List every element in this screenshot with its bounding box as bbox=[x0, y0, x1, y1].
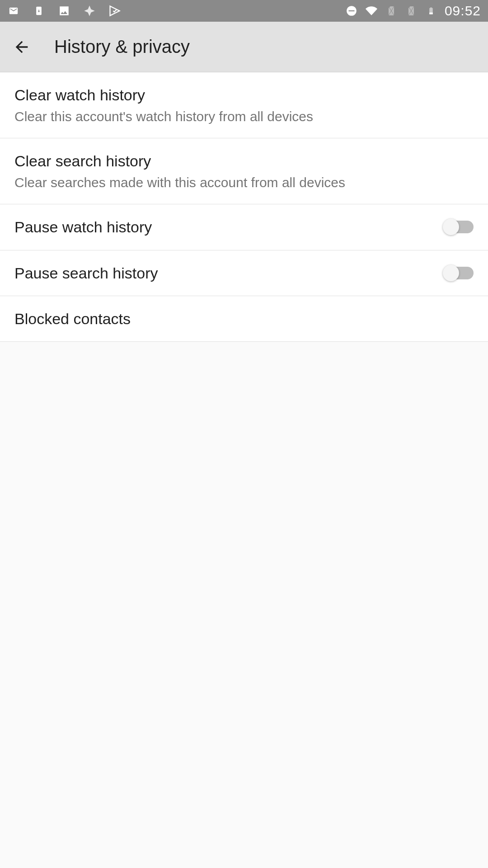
svg-rect-1 bbox=[348, 10, 354, 11]
pinwheel-icon bbox=[83, 5, 96, 17]
play-check-icon bbox=[108, 5, 121, 17]
setting-title: Clear search history bbox=[14, 151, 474, 171]
clear-watch-history-row[interactable]: Clear watch history Clear this account's… bbox=[0, 72, 488, 138]
download-icon bbox=[33, 5, 45, 17]
setting-title: Clear watch history bbox=[14, 85, 474, 105]
photos-icon bbox=[58, 5, 70, 17]
battery-icon bbox=[425, 5, 437, 17]
sim1-icon bbox=[385, 5, 398, 17]
pause-search-history-toggle[interactable] bbox=[443, 264, 474, 282]
blocked-contacts-row[interactable]: Blocked contacts bbox=[0, 296, 488, 342]
status-bar: 09:52 bbox=[0, 0, 488, 22]
back-button[interactable] bbox=[11, 36, 33, 58]
status-time: 09:52 bbox=[445, 3, 481, 19]
gmail-icon bbox=[7, 5, 20, 17]
setting-subtitle: Clear searches made with this account fr… bbox=[14, 174, 474, 191]
clear-search-history-row[interactable]: Clear search history Clear searches made… bbox=[0, 138, 488, 204]
page-title: History & privacy bbox=[54, 37, 190, 57]
setting-title: Pause watch history bbox=[14, 217, 434, 237]
setting-title: Blocked contacts bbox=[14, 309, 474, 329]
empty-area bbox=[0, 342, 488, 839]
sim2-icon bbox=[405, 5, 418, 17]
app-bar: History & privacy bbox=[0, 22, 488, 72]
setting-title: Pause search history bbox=[14, 263, 434, 283]
settings-list: Clear watch history Clear this account's… bbox=[0, 72, 488, 342]
status-right-icons: 09:52 bbox=[345, 3, 481, 19]
svg-rect-2 bbox=[429, 13, 433, 14]
pause-watch-history-row[interactable]: Pause watch history bbox=[0, 204, 488, 250]
dnd-icon bbox=[345, 5, 358, 17]
pause-search-history-row[interactable]: Pause search history bbox=[0, 250, 488, 296]
arrow-back-icon bbox=[13, 38, 31, 56]
setting-subtitle: Clear this account's watch history from … bbox=[14, 108, 474, 125]
pause-watch-history-toggle[interactable] bbox=[443, 218, 474, 236]
wifi-icon bbox=[365, 5, 378, 17]
status-left-icons bbox=[7, 5, 121, 17]
